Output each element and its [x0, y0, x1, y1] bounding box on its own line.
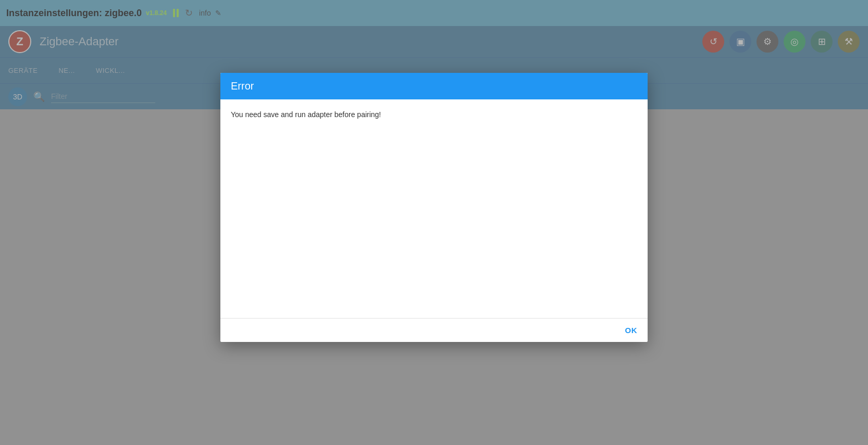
ok-button[interactable]: OK: [625, 326, 638, 335]
dialog-footer: OK: [220, 318, 648, 342]
error-dialog: Error You need save and run adapter befo…: [220, 73, 648, 342]
dialog-title: Error: [231, 80, 254, 92]
dialog-header: Error: [220, 73, 648, 99]
dialog-message: You need save and run adapter before pai…: [231, 110, 381, 119]
dialog-body: You need save and run adapter before pai…: [220, 99, 648, 318]
